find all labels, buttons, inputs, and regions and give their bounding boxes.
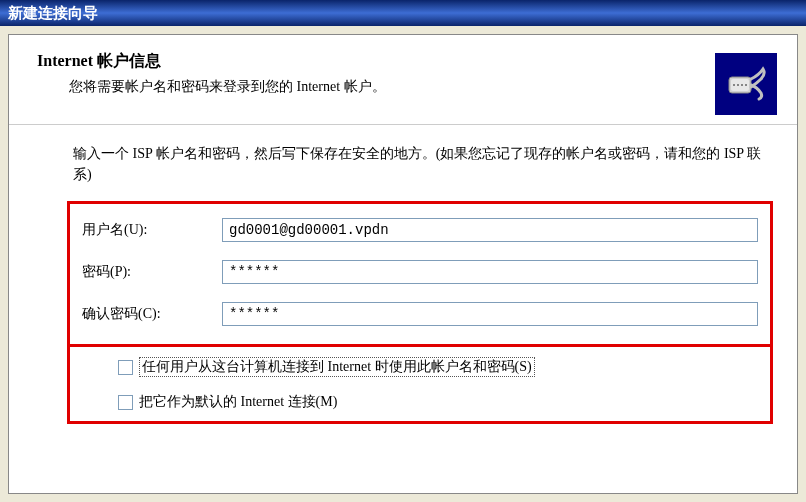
confirm-password-row: 确认密码(C):	[82, 302, 758, 326]
credentials-highlight-box: 用户名(U): 密码(P): 确认密码(C):	[67, 201, 773, 347]
default-checkbox-label: 把它作为默认的 Internet 连接(M)	[139, 393, 337, 411]
anyone-checkbox-row[interactable]: 任何用户从这台计算机连接到 Internet 时使用此帐户名和密码(S)	[82, 357, 758, 377]
username-input[interactable]	[222, 218, 758, 242]
default-checkbox-row[interactable]: 把它作为默认的 Internet 连接(M)	[82, 393, 758, 411]
default-checkbox[interactable]	[118, 395, 133, 410]
password-input[interactable]	[222, 260, 758, 284]
instruction-text: 输入一个 ISP 帐户名和密码，然后写下保存在安全的地方。(如果您忘记了现存的帐…	[73, 143, 767, 185]
wizard-header: Internet 帐户信息 您将需要帐户名和密码来登录到您的 Internet …	[9, 35, 797, 125]
svg-point-5	[745, 84, 747, 86]
connection-icon	[715, 53, 777, 115]
page-subtitle: 您将需要帐户名和密码来登录到您的 Internet 帐户。	[37, 78, 777, 96]
password-label: 密码(P):	[82, 263, 222, 281]
username-row: 用户名(U):	[82, 218, 758, 242]
page-title: Internet 帐户信息	[37, 51, 777, 72]
svg-point-3	[737, 84, 739, 86]
anyone-checkbox-label: 任何用户从这台计算机连接到 Internet 时使用此帐户名和密码(S)	[139, 357, 535, 377]
svg-point-2	[733, 84, 735, 86]
svg-point-4	[741, 84, 743, 86]
titlebar: 新建连接向导	[0, 0, 806, 26]
username-label: 用户名(U):	[82, 221, 222, 239]
options-highlight-box: 任何用户从这台计算机连接到 Internet 时使用此帐户名和密码(S) 把它作…	[67, 344, 773, 424]
password-row: 密码(P):	[82, 260, 758, 284]
wizard-body: Internet 帐户信息 您将需要帐户名和密码来登录到您的 Internet …	[8, 34, 798, 494]
content-area: 输入一个 ISP 帐户名和密码，然后写下保存在安全的地方。(如果您忘记了现存的帐…	[9, 125, 797, 434]
confirm-password-input[interactable]	[222, 302, 758, 326]
window-title: 新建连接向导	[8, 4, 98, 23]
anyone-checkbox[interactable]	[118, 360, 133, 375]
confirm-password-label: 确认密码(C):	[82, 305, 222, 323]
